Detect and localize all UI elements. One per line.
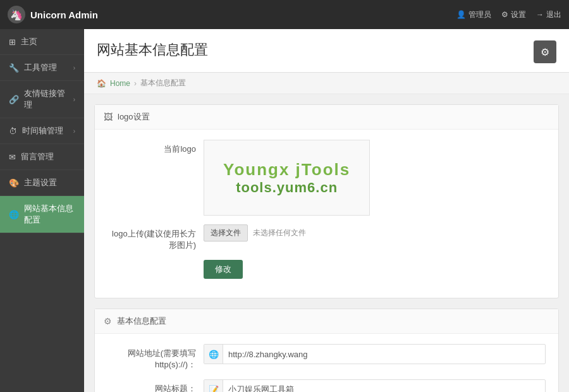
top-bar-actions: 👤 管理员 ⚙ 设置 → 退出 bbox=[456, 9, 561, 20]
admin-icon: 👤 bbox=[456, 10, 466, 19]
basic-info-panel-icon: ⚙ bbox=[104, 316, 112, 326]
logo-panel: 🖼 logo设置 当前logo Youngx jTools tools.yum6… bbox=[94, 104, 559, 298]
links-icon: 🔗 bbox=[9, 95, 19, 104]
website-url-input[interactable] bbox=[223, 346, 545, 362]
page-header-action-icon[interactable]: ⚙ bbox=[534, 40, 556, 63]
logo-submit-button[interactable]: 修改 bbox=[204, 260, 243, 279]
timeline-icon: ⏱ bbox=[9, 126, 17, 136]
theme-icon: 🎨 bbox=[9, 178, 19, 188]
breadcrumb: 🏠 Home › 基本信息配置 bbox=[84, 73, 569, 94]
brand: 🦄 Unicorn Admin bbox=[8, 6, 98, 23]
content-area: 🖼 logo设置 当前logo Youngx jTools tools.yum6… bbox=[84, 94, 569, 392]
sidebar: ⊞ 主页 🔧 工具管理 › 🔗 友情链接管理 › ⏱ 时间轴管理 › bbox=[0, 29, 84, 392]
sidebar-item-tools[interactable]: 🔧 工具管理 › bbox=[0, 55, 84, 81]
website-title-label: 网站标题： bbox=[107, 379, 196, 392]
brand-icon: 🦄 bbox=[8, 6, 25, 23]
logo-display-wrap: Youngx jTools tools.yum6.cn bbox=[204, 140, 546, 216]
logo-line2: tools.yum6.cn bbox=[223, 180, 350, 196]
chevron-right-icon: › bbox=[73, 64, 75, 71]
basic-info-panel: ⚙ 基本信息配置 网站地址(需要填写http(s)://)： 🌐 bbox=[94, 309, 559, 392]
layout: ⊞ 主页 🔧 工具管理 › 🔗 友情链接管理 › ⏱ 时间轴管理 › bbox=[0, 29, 569, 392]
breadcrumb-home-link[interactable]: Home bbox=[110, 79, 130, 88]
settings-icon: ⚙ bbox=[501, 10, 508, 19]
home-icon: ⊞ bbox=[9, 37, 16, 47]
chevron-right-icon: › bbox=[73, 96, 75, 103]
website-url-label: 网站地址(需要填写http(s)://)： bbox=[107, 344, 196, 371]
logo-panel-header: 🖼 logo设置 bbox=[95, 105, 558, 130]
sidebar-item-theme[interactable]: 🎨 主题设置 bbox=[0, 170, 84, 196]
site-config-icon: 🌐 bbox=[9, 210, 19, 219]
website-url-wrap: 🌐 bbox=[204, 344, 546, 364]
logo-panel-icon: 🖼 bbox=[104, 112, 113, 122]
logo-panel-body: 当前logo Youngx jTools tools.yum6.cn bbox=[95, 130, 558, 298]
basic-info-panel-title: 基本信息配置 bbox=[117, 315, 166, 327]
logo-upload-label: logo上传(建议使用长方形图片) bbox=[107, 224, 196, 251]
basic-info-panel-body: 网站地址(需要填写http(s)://)： 🌐 网站标题： bbox=[95, 334, 558, 392]
brand-name: Unicorn Admin bbox=[30, 9, 98, 20]
logo-upload-row: logo上传(建议使用长方形图片) 选择文件 未选择任何文件 bbox=[107, 224, 546, 251]
logo-panel-title: logo设置 bbox=[118, 111, 150, 123]
settings-link[interactable]: ⚙ 设置 bbox=[501, 9, 526, 20]
sidebar-item-site-config[interactable]: 🌐 网站基本信息配置 bbox=[0, 196, 84, 233]
breadcrumb-current: 基本信息配置 bbox=[140, 78, 186, 89]
current-logo-label: 当前logo bbox=[107, 140, 196, 155]
breadcrumb-home-icon: 🏠 bbox=[97, 79, 106, 88]
current-logo-row: 当前logo Youngx jTools tools.yum6.cn bbox=[107, 140, 546, 216]
website-url-input-group: 🌐 bbox=[204, 344, 546, 364]
tools-icon: 🔧 bbox=[9, 63, 19, 73]
page-header: 网站基本信息配置 ⚙ bbox=[84, 29, 569, 73]
website-title-input-group: 📝 bbox=[204, 379, 546, 392]
logo-submit-row: 修改 bbox=[107, 260, 546, 279]
top-bar: 🦄 Unicorn Admin 👤 管理员 ⚙ 设置 → 退出 bbox=[0, 0, 569, 29]
logo-upload-wrap: 选择文件 未选择任何文件 bbox=[204, 224, 546, 242]
sidebar-item-messages[interactable]: ✉ 留言管理 bbox=[0, 144, 84, 170]
title-icon: 📝 bbox=[204, 380, 223, 392]
no-file-text: 未选择任何文件 bbox=[253, 228, 306, 238]
breadcrumb-separator: › bbox=[134, 79, 137, 88]
chevron-right-icon: › bbox=[73, 128, 75, 135]
logout-link[interactable]: → 退出 bbox=[536, 9, 561, 20]
sidebar-item-home[interactable]: ⊞ 主页 bbox=[0, 29, 84, 55]
website-title-input[interactable] bbox=[223, 382, 545, 393]
page-title: 网站基本信息配置 bbox=[97, 40, 208, 59]
logout-icon: → bbox=[536, 10, 544, 19]
website-title-wrap: 📝 bbox=[204, 379, 546, 392]
url-icon: 🌐 bbox=[204, 345, 223, 364]
logo-text: Youngx jTools tools.yum6.cn bbox=[223, 160, 350, 196]
logo-display: Youngx jTools tools.yum6.cn bbox=[204, 140, 370, 216]
messages-icon: ✉ bbox=[9, 152, 16, 162]
sidebar-item-links[interactable]: 🔗 友情链接管理 › bbox=[0, 81, 84, 118]
sidebar-item-timeline[interactable]: ⏱ 时间轴管理 › bbox=[0, 118, 84, 144]
website-title-row: 网站标题： 📝 bbox=[107, 379, 546, 392]
logo-line1: Youngx jTools bbox=[223, 160, 350, 180]
website-url-row: 网站地址(需要填写http(s)://)： 🌐 bbox=[107, 344, 546, 371]
choose-file-button[interactable]: 选择文件 bbox=[204, 224, 248, 242]
admin-link[interactable]: 👤 管理员 bbox=[456, 9, 491, 20]
main-content: 网站基本信息配置 ⚙ 🏠 Home › 基本信息配置 🖼 logo设置 当前l bbox=[84, 29, 569, 392]
basic-info-panel-header: ⚙ 基本信息配置 bbox=[95, 309, 558, 334]
